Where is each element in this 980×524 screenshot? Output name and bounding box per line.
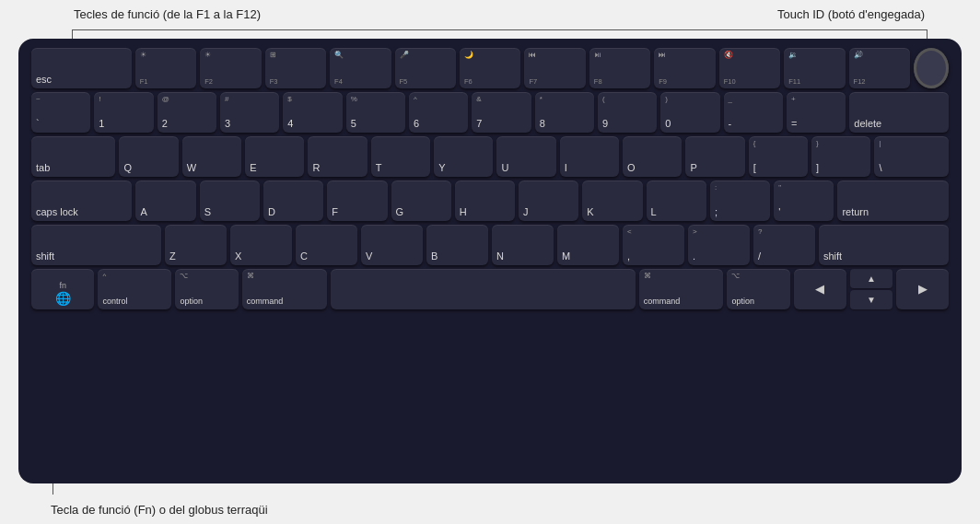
key-r[interactable]: R (308, 136, 367, 177)
keyboard: esc ☀ F1 ☀ F2 ⊞ F3 🔍 F4 🎤 F5 🌙 F6 ⏮ F7 (18, 39, 962, 483)
key-touch-id[interactable] (914, 48, 949, 88)
number-row: ~ ` ! 1 @ 2 # 3 $ 4 % 5 ^ 6 & 7 (31, 92, 949, 133)
key-p[interactable]: P (685, 136, 744, 177)
fn-keys-label: Tecles de funció (de la F1 a la F12) (74, 7, 261, 21)
key-slash[interactable]: ? / (753, 225, 815, 265)
key-arrow-left[interactable]: ◀ (794, 269, 846, 309)
key-2[interactable]: @ 2 (158, 92, 216, 133)
key-f4[interactable]: 🔍 F4 (330, 48, 391, 88)
key-semicolon[interactable]: : ; (710, 180, 770, 221)
key-option-right[interactable]: ⌥ option (727, 269, 789, 309)
key-g[interactable]: G (391, 180, 451, 221)
key-e[interactable]: E (245, 136, 304, 177)
key-equals[interactable]: + = (787, 92, 846, 133)
annotation-hline-top (72, 29, 928, 30)
key-a[interactable]: A (135, 180, 195, 221)
fn-row: esc ☀ F1 ☀ F2 ⊞ F3 🔍 F4 🎤 F5 🌙 F6 ⏮ F7 (31, 48, 949, 88)
key-capslock[interactable]: caps lock (31, 180, 132, 221)
key-c[interactable]: C (296, 225, 357, 265)
key-delete[interactable]: delete (849, 92, 949, 133)
key-fn-globe[interactable]: fn 🌐 (31, 269, 94, 309)
key-command-right[interactable]: ⌘ command (639, 269, 724, 309)
key-arrow-up[interactable]: ▲ (850, 269, 893, 288)
key-f10[interactable]: 🔇 F10 (719, 48, 780, 88)
key-f7[interactable]: ⏮ F7 (524, 48, 585, 88)
key-z[interactable]: Z (165, 225, 227, 265)
tab-row: tab Q W E R T Y U I O P { [ } ] | \ (31, 136, 949, 177)
key-lbracket[interactable]: { [ (749, 136, 808, 177)
key-comma[interactable]: < , (623, 225, 684, 265)
key-option-left[interactable]: ⌥ option (175, 269, 238, 309)
key-minus[interactable]: _ - (724, 92, 783, 133)
key-f5[interactable]: 🎤 F5 (395, 48, 456, 88)
key-return[interactable]: return (837, 180, 949, 221)
key-arrow-right[interactable]: ▶ (896, 269, 949, 309)
key-3[interactable]: # 3 (220, 92, 279, 133)
key-f[interactable]: F (327, 180, 387, 221)
key-f3[interactable]: ⊞ F3 (265, 48, 326, 88)
bottom-row: fn 🌐 ^ control ⌥ option ⌘ command ⌘ comm… (31, 269, 949, 309)
key-backslash[interactable]: | \ (874, 136, 949, 177)
key-5[interactable]: % 5 (346, 92, 405, 133)
bottom-annotation: Tecla de funció (Fn) o del globus terraq… (51, 503, 268, 517)
key-s[interactable]: S (200, 180, 260, 221)
key-u[interactable]: U (496, 136, 555, 177)
key-y[interactable]: Y (434, 136, 493, 177)
key-space[interactable] (331, 269, 636, 309)
key-q[interactable]: Q (119, 136, 178, 177)
key-9[interactable]: ( 9 (598, 92, 657, 133)
key-f12[interactable]: 🔊 F12 (849, 48, 910, 88)
key-command-left[interactable]: ⌘ command (242, 269, 327, 309)
key-l[interactable]: L (647, 180, 706, 221)
shift-row: shift Z X C V B N M < , > . ? / shift (31, 225, 949, 265)
key-m[interactable]: M (557, 225, 619, 265)
key-period[interactable]: > . (688, 225, 750, 265)
key-h[interactable]: H (455, 180, 515, 221)
key-k[interactable]: K (582, 180, 642, 221)
key-i[interactable]: I (560, 136, 619, 177)
key-tab[interactable]: tab (31, 136, 115, 177)
key-j[interactable]: J (519, 180, 578, 221)
top-annotations: Tecles de funció (de la F1 a la F12) Tou… (0, 7, 980, 21)
key-f8[interactable]: ⏯ F8 (589, 48, 650, 88)
fn-globe-label: Tecla de funció (Fn) o del globus terraq… (51, 503, 268, 517)
key-d[interactable]: D (263, 180, 323, 221)
key-b[interactable]: B (426, 225, 488, 265)
key-4[interactable]: $ 4 (283, 92, 342, 133)
key-v[interactable]: V (361, 225, 423, 265)
key-arrow-updown: ▲ ▼ (850, 269, 893, 309)
key-o[interactable]: O (623, 136, 682, 177)
key-rbracket[interactable]: } ] (811, 136, 870, 177)
key-8[interactable]: * 8 (535, 92, 594, 133)
key-backtick[interactable]: ~ ` (31, 92, 90, 133)
key-f2[interactable]: ☀ F2 (200, 48, 261, 88)
esc-label: esc (36, 74, 52, 86)
key-x[interactable]: X (230, 225, 292, 265)
key-control[interactable]: ^ control (98, 269, 171, 309)
key-7[interactable]: & 7 (472, 92, 531, 133)
key-w[interactable]: W (182, 136, 241, 177)
key-shift-right[interactable]: shift (819, 225, 949, 265)
key-1[interactable]: ! 1 (94, 92, 153, 133)
key-quote[interactable]: " ' (774, 180, 834, 221)
key-f9[interactable]: ⏭ F9 (654, 48, 715, 88)
touchid-label: Touch ID (botó d'engegada) (777, 7, 925, 21)
key-n[interactable]: N (492, 225, 554, 265)
key-arrow-down[interactable]: ▼ (850, 290, 893, 309)
key-f1[interactable]: ☀ F1 (135, 48, 196, 88)
key-shift-left[interactable]: shift (31, 225, 161, 265)
key-f6[interactable]: 🌙 F6 (460, 48, 520, 88)
key-6[interactable]: ^ 6 (409, 92, 468, 133)
key-0[interactable]: ) 0 (660, 92, 719, 133)
key-esc[interactable]: esc (31, 48, 132, 88)
key-t[interactable]: T (371, 136, 430, 177)
caps-row: caps lock A S D F G H J K L : ; " ' retu… (31, 180, 949, 221)
key-f11[interactable]: 🔉 F11 (784, 48, 845, 88)
